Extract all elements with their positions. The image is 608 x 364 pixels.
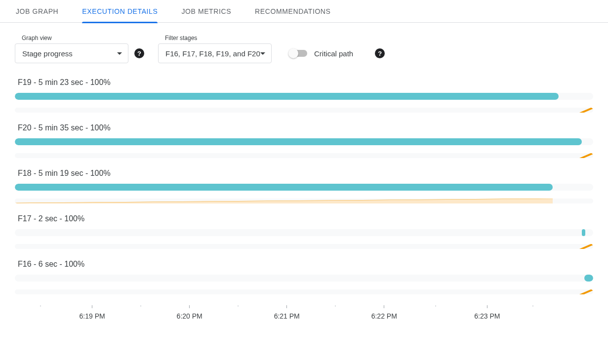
graph-view-value: Stage progress — [22, 49, 73, 58]
tab-recommendations[interactable]: RECOMMENDATIONS — [255, 0, 330, 23]
stage-title: F19 - 5 min 23 sec - 100% — [18, 78, 593, 87]
stage-title: F20 - 5 min 35 sec - 100% — [18, 123, 593, 132]
progress-bar — [582, 229, 585, 236]
critical-path-label: Critical path — [314, 49, 353, 58]
stage-f19: F19 - 5 min 23 sec - 100% — [15, 78, 593, 113]
axis-major-tick — [286, 305, 287, 308]
stage-title: F16 - 6 sec - 100% — [18, 260, 593, 269]
axis-minor-tick — [436, 305, 436, 307]
axis-minor-tick — [335, 305, 336, 307]
axis-major-tick — [92, 305, 92, 308]
secondary-track[interactable] — [15, 199, 593, 203]
svg-line-4 — [582, 244, 593, 249]
filter-value: F16, F17, F18, F19, and F20 — [165, 49, 260, 58]
filter-select[interactable]: F16, F17, F18, F19, and F20 — [158, 43, 272, 63]
filter-group: Filter stages F16, F17, F18, F19, and F2… — [158, 35, 272, 63]
stage-f20: F20 - 5 min 35 sec - 100% — [15, 123, 593, 158]
x-axis: 6:19 PM6:20 PM6:21 PM6:22 PM6:23 PM — [15, 305, 593, 320]
tab-execution-details[interactable]: EXECUTION DETAILS — [82, 0, 158, 23]
help-icon[interactable]: ? — [134, 48, 144, 58]
axis-label: 6:19 PM — [80, 312, 105, 320]
filter-label: Filter stages — [165, 35, 272, 41]
stage-f16: F16 - 6 sec - 100% — [15, 260, 593, 294]
secondary-track[interactable] — [15, 153, 593, 158]
axis-major-tick — [189, 305, 190, 308]
graph-view-label: Graph view — [22, 35, 144, 41]
secondary-track[interactable] — [15, 108, 593, 113]
axis-label: 6:20 PM — [177, 312, 203, 320]
tab-job-graph[interactable]: JOB GRAPH — [16, 0, 58, 23]
axis-minor-tick — [41, 305, 41, 307]
graph-view-select[interactable]: Stage progress — [15, 43, 128, 63]
axis-major-tick — [487, 305, 487, 308]
stage-title: F18 - 5 min 19 sec - 100% — [18, 169, 593, 178]
progress-track[interactable] — [15, 184, 593, 191]
svg-line-1 — [582, 153, 593, 158]
progress-bar — [15, 138, 582, 145]
progress-bar — [15, 184, 553, 191]
switch-knob — [288, 48, 298, 58]
svg-line-5 — [582, 289, 593, 294]
stage-f18: F18 - 5 min 19 sec - 100% — [15, 169, 593, 203]
help-icon[interactable]: ? — [375, 48, 385, 58]
axis-label: 6:23 PM — [474, 312, 500, 320]
progress-track[interactable] — [15, 93, 593, 100]
stage-f17: F17 - 2 sec - 100% — [15, 214, 593, 249]
axis-label: 6:22 PM — [371, 312, 397, 320]
progress-bar — [15, 93, 559, 100]
chevron-down-icon — [117, 52, 122, 55]
axis-major-tick — [384, 305, 384, 308]
tabs-bar: JOB GRAPHEXECUTION DETAILSJOB METRICSREC… — [0, 0, 608, 23]
graph-view-group: Graph view Stage progress ? — [15, 35, 144, 63]
critical-path-switch[interactable] — [289, 50, 307, 57]
axis-label: 6:21 PM — [274, 312, 300, 320]
axis-minor-tick — [533, 305, 533, 307]
svg-line-0 — [582, 108, 593, 113]
chart-area: F19 - 5 min 23 sec - 100%F20 - 5 min 35 … — [0, 78, 608, 320]
secondary-track[interactable] — [15, 244, 593, 249]
controls-row: Graph view Stage progress ? Filter stage… — [0, 23, 608, 67]
chevron-down-icon — [260, 52, 265, 55]
axis-minor-tick — [238, 305, 239, 307]
stage-title: F17 - 2 sec - 100% — [18, 214, 593, 223]
tab-job-metrics[interactable]: JOB METRICS — [181, 0, 231, 23]
progress-track[interactable] — [15, 138, 593, 145]
progress-bar — [584, 275, 593, 282]
axis-minor-tick — [141, 305, 141, 307]
secondary-track[interactable] — [15, 289, 593, 294]
progress-track[interactable] — [15, 229, 593, 236]
critical-path-toggle-block: Critical path ? — [289, 43, 385, 63]
progress-track[interactable] — [15, 275, 593, 282]
